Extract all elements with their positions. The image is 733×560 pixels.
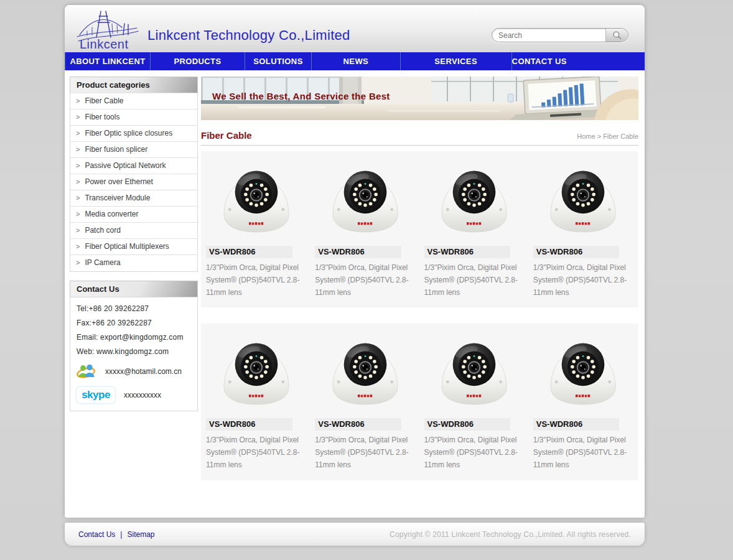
category-item[interactable]: >Transceiver Module [70,190,197,207]
product-description: 1/3"Pixim Orca, Digital Pixel System® (D… [315,262,415,299]
product-card: VS-WDR806 1/3"Pixim Orca, Digital Pixel … [315,330,415,471]
chevron-right-icon: > [76,178,80,185]
skype-row: skype xxxxxxxxxx [77,387,192,403]
nav-item[interactable]: CONTACT US [511,52,567,70]
breadcrumb-home-link[interactable]: Home [577,133,595,140]
category-label: Passive Optical Network [85,161,166,170]
product-card: VS-WDR806 1/3"Pixim Orca, Digital Pixel … [533,157,633,299]
product-description: 1/3"Pixim Orca, Digital Pixel System® (D… [315,434,415,471]
chevron-right-icon: > [76,146,80,153]
category-label: Fiber tools [85,113,119,121]
contact-line: Email: export@kingdomgz.com [77,333,192,342]
contact-us-header: Contact Us [70,281,198,297]
nav-item[interactable]: ABOUT LINKCENT [65,52,150,70]
msn-contact-text: xxxxx@hotamil.com.cn [105,367,182,376]
hero-banner: We Sell the Best, And Service the Best [201,77,638,120]
dome-camera-product-image[interactable] [325,331,406,412]
dome-camera-product-image[interactable] [216,159,297,240]
copyright-text: Copyright © 2011 Linkcent Technology Co.… [390,530,631,539]
category-item[interactable]: >IP Camera [70,255,197,271]
breadcrumb-current: Fiber Cable [603,133,638,140]
category-item[interactable]: >Power over Ethernet [70,174,197,190]
product-name-link[interactable]: VS-WDR806 [206,246,292,258]
category-item[interactable]: >Media converter [70,207,197,223]
chevron-right-icon: > [76,97,80,105]
product-description: 1/3"Pixim Orca, Digital Pixel System® (D… [424,434,525,471]
category-label: Fiber fusion splicer [85,145,147,154]
category-label: Transceiver Module [85,194,150,202]
dome-camera-product-image[interactable] [434,159,515,240]
contact-line: Tel:+86 20 39262287 [77,304,192,313]
page-title: Fiber Cable [201,130,252,141]
product-card: VS-WDR806 1/3"Pixim Orca, Digital Pixel … [206,330,306,471]
category-label: IP Camera [85,258,120,267]
product-name-link[interactable]: VS-WDR806 [533,418,620,431]
company-title: Linkcent Technology Co.,Limited [147,27,350,44]
category-list: >Fiber Cable >Fiber tools >Fiber Optic s… [70,93,198,272]
category-label: Media converter [85,210,138,218]
site-wrapper: Linkcent Linkcent Technology Co.,Limited… [65,5,645,546]
product-name-link[interactable]: VS-WDR806 [206,418,292,431]
search-input[interactable] [492,29,605,42]
chevron-right-icon: > [76,162,80,169]
breadcrumb: Home > Fiber Cable [577,133,638,140]
category-label: Fiber Optical Multiplexers [85,242,169,251]
category-item[interactable]: >Fiber fusion splicer [70,142,197,158]
category-item[interactable]: >Fiber Cable [70,93,197,110]
chevron-right-icon: > [76,226,80,234]
site-header: Linkcent Linkcent Technology Co.,Limited [65,5,645,52]
chevron-right-icon: > [76,259,80,266]
product-card: VS-WDR806 1/3"Pixim Orca, Digital Pixel … [315,157,415,299]
dome-camera-product-image[interactable] [543,159,623,240]
dome-camera-product-image[interactable] [216,331,297,412]
product-name-link[interactable]: VS-WDR806 [424,418,511,431]
product-name-link[interactable]: VS-WDR806 [315,246,401,258]
product-name-link[interactable]: VS-WDR806 [424,246,511,258]
category-label: Power over Ethernet [85,177,152,186]
category-label: Fiber Cable [85,96,123,105]
product-name-link[interactable]: VS-WDR806 [315,418,401,431]
product-card: VS-WDR806 1/3"Pixim Orca, Digital Pixel … [424,157,525,299]
nav-item[interactable]: SERVICES [400,52,511,70]
nav-item[interactable]: PRODUCTS [150,52,245,70]
nav-item[interactable]: SOLUTIONS [245,52,311,70]
product-row-1: VS-WDR806 1/3"Pixim Orca, Digital Pixel … [201,151,638,307]
product-description: 1/3"Pixim Orca, Digital Pixel System® (D… [533,262,633,299]
product-row-2: VS-WDR806 1/3"Pixim Orca, Digital Pixel … [201,324,638,480]
footer-sitemap-link[interactable]: Sitemap [127,530,154,539]
category-item[interactable]: >Patch cord [70,223,197,239]
contact-line: Web: www.kingdomgz.com [77,347,192,356]
skype-wordmark: skype [82,389,110,401]
search-button[interactable] [605,29,628,42]
footer-contact-us-link[interactable]: Contact Us [78,530,115,539]
chevron-right-icon: > [76,113,80,121]
search-bar [492,28,628,42]
product-name-link[interactable]: VS-WDR806 [533,246,620,258]
dome-camera-product-image[interactable] [434,331,515,412]
category-item[interactable]: >Fiber Optical Multiplexers [70,239,197,255]
category-label: Patch cord [85,226,120,235]
magnifier-icon [612,30,622,40]
page-container: Linkcent Linkcent Technology Co.,Limited… [65,5,645,518]
nav-item[interactable]: NEWS [311,52,400,70]
title-divider [201,145,638,146]
footer-links: Contact Us|Sitemap [78,530,155,539]
chevron-right-icon: > [76,243,80,250]
main-column: We Sell the Best, And Service the Best F… [201,77,638,480]
breadcrumb-separator: > [597,133,601,140]
skype-logo-icon: skype [77,387,115,403]
logo-wordmark[interactable]: Linkcent [80,37,129,52]
category-item[interactable]: >Passive Optical Network [70,158,197,174]
category-item[interactable]: >Fiber tools [70,110,197,126]
product-description: 1/3"Pixim Orca, Digital Pixel System® (D… [206,434,306,471]
title-row: Fiber Cable Home > Fiber Cable [201,130,638,141]
chevron-right-icon: > [76,129,80,137]
msn-row: xxxxx@hotamil.com.cn [77,362,192,381]
chevron-right-icon: > [76,194,80,202]
dome-camera-product-image[interactable] [325,159,406,240]
dome-camera-product-image[interactable] [543,331,623,412]
product-card: VS-WDR806 1/3"Pixim Orca, Digital Pixel … [424,330,525,471]
contact-box: Tel:+86 20 39262287Fax:+86 20 39262287Em… [70,297,198,411]
product-card: VS-WDR806 1/3"Pixim Orca, Digital Pixel … [206,157,306,299]
category-item[interactable]: >Fiber Optic splice closures [70,126,197,142]
